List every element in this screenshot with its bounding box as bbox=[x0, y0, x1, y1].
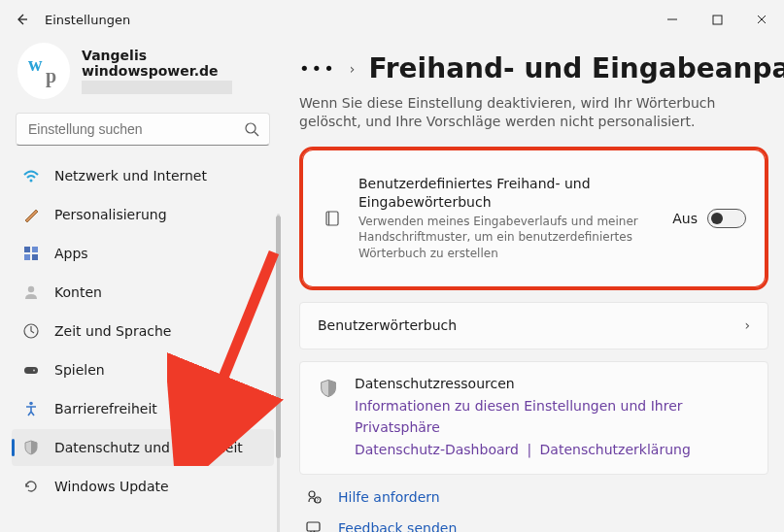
chevron-right-icon: › bbox=[350, 61, 356, 77]
minimize-button[interactable] bbox=[650, 4, 695, 35]
sidebar-item-label: Zeit und Sprache bbox=[54, 323, 171, 339]
feedback-icon bbox=[303, 519, 324, 532]
maximize-icon bbox=[712, 15, 723, 25]
sidebar-item-gaming[interactable]: Spielen bbox=[12, 351, 274, 388]
sidebar-item-windows-update[interactable]: Windows Update bbox=[12, 468, 274, 505]
page-description: Wenn Sie diese Einstellung deaktivieren,… bbox=[299, 94, 746, 131]
svg-rect-16 bbox=[326, 212, 338, 225]
paintbrush-icon bbox=[21, 205, 41, 224]
feedback-link[interactable]: Feedback senden bbox=[338, 520, 457, 532]
profile-subline bbox=[82, 81, 232, 94]
custom-dictionary-toggle[interactable] bbox=[707, 209, 746, 228]
svg-point-18 bbox=[309, 491, 315, 497]
window-controls bbox=[650, 4, 784, 35]
sidebar-scrollbar-thumb[interactable] bbox=[276, 216, 281, 458]
window-title: Einstellungen bbox=[45, 13, 130, 27]
privacy-link-statement[interactable]: Datenschutzerklärung bbox=[540, 442, 691, 457]
search-input[interactable] bbox=[26, 120, 244, 138]
help-link[interactable]: Hilfe anfordern bbox=[338, 489, 440, 505]
avatar-logo-icon: w p bbox=[22, 50, 65, 92]
custom-dictionary-title: Benutzerdefiniertes Freihand- und Eingab… bbox=[358, 175, 657, 212]
sidebar-item-time-language[interactable]: Zeit und Sprache bbox=[12, 313, 274, 349]
sidebar-item-accounts[interactable]: Konten bbox=[12, 274, 274, 311]
update-icon bbox=[21, 477, 41, 496]
sidebar-item-label: Apps bbox=[54, 246, 88, 261]
minimize-icon bbox=[666, 14, 678, 25]
svg-rect-7 bbox=[24, 247, 30, 252]
sidebar-item-label: Barrierefreiheit bbox=[54, 401, 157, 416]
profile-block[interactable]: w p Vangelis windowspower.de bbox=[12, 43, 274, 99]
breadcrumb: ••• › Freihand- und Eingabeanpassung bbox=[299, 52, 768, 84]
sidebar-item-network[interactable]: Netzwerk und Internet bbox=[12, 157, 274, 194]
sidebar-item-label: Windows Update bbox=[54, 479, 169, 494]
svg-rect-9 bbox=[24, 254, 30, 260]
svg-point-15 bbox=[29, 402, 33, 406]
svg-line-5 bbox=[255, 132, 258, 136]
svg-text:p: p bbox=[46, 65, 56, 87]
maximize-button[interactable] bbox=[695, 4, 739, 35]
feedback-row[interactable]: Feedback senden bbox=[303, 519, 768, 532]
privacy-resources-title: Datenschutzressourcen bbox=[355, 376, 750, 391]
sidebar: w p Vangelis windowspower.de Netzwerk un… bbox=[0, 39, 282, 532]
privacy-resources-card: Datenschutzressourcen Informationen zu d… bbox=[299, 361, 768, 475]
close-button[interactable] bbox=[739, 4, 784, 35]
user-dictionary-label: Benutzerwörterbuch bbox=[318, 316, 729, 335]
svg-text:w: w bbox=[28, 53, 43, 75]
titlebar: Einstellungen bbox=[0, 0, 784, 39]
accessibility-icon bbox=[21, 399, 41, 418]
sidebar-nav: Netzwerk und Internet Personalisierung A… bbox=[12, 157, 274, 505]
help-icon: ? bbox=[303, 488, 324, 506]
svg-text:?: ? bbox=[317, 497, 320, 503]
custom-dictionary-toggle-group: Aus bbox=[672, 209, 746, 228]
back-button[interactable] bbox=[4, 2, 39, 37]
person-icon bbox=[21, 283, 41, 302]
svg-point-6 bbox=[30, 180, 33, 183]
svg-rect-8 bbox=[32, 247, 38, 252]
search-icon bbox=[244, 121, 259, 137]
toggle-state-label: Aus bbox=[672, 211, 698, 226]
dictionary-icon bbox=[322, 209, 343, 228]
svg-rect-1 bbox=[713, 16, 722, 24]
help-row[interactable]: ? Hilfe anfordern bbox=[303, 488, 768, 506]
close-icon bbox=[756, 14, 767, 25]
privacy-link-info[interactable]: Informationen zu diesen Einstellungen un… bbox=[355, 398, 683, 435]
search-input-wrapper[interactable] bbox=[16, 113, 270, 146]
link-separator: | bbox=[527, 442, 531, 457]
custom-dictionary-card: Benutzerdefiniertes Freihand- und Eingab… bbox=[299, 147, 768, 290]
privacy-link-dashboard[interactable]: Datenschutz-Dashboard bbox=[355, 442, 519, 457]
arrow-left-icon bbox=[14, 12, 29, 27]
svg-point-11 bbox=[28, 286, 34, 292]
chevron-right-icon: › bbox=[744, 317, 750, 333]
shield-icon bbox=[318, 378, 339, 399]
sidebar-item-label: Netzwerk und Internet bbox=[54, 168, 207, 183]
sidebar-item-accessibility[interactable]: Barrierefreiheit bbox=[12, 390, 274, 427]
sidebar-item-personalization[interactable]: Personalisierung bbox=[12, 196, 274, 233]
page-title: Freihand- und Eingabeanpassung bbox=[368, 52, 784, 84]
sidebar-item-privacy[interactable]: Datenschutz und Sicherheit bbox=[12, 429, 274, 466]
avatar: w p bbox=[17, 43, 70, 99]
sidebar-item-label: Personalisierung bbox=[54, 207, 167, 222]
shield-icon bbox=[21, 438, 41, 457]
svg-rect-21 bbox=[307, 522, 320, 531]
user-dictionary-row[interactable]: Benutzerwörterbuch › bbox=[299, 302, 768, 349]
apps-icon bbox=[21, 244, 41, 263]
custom-dictionary-subtitle: Verwenden meines Eingabeverlaufs und mei… bbox=[358, 214, 640, 262]
clock-globe-icon bbox=[21, 321, 41, 341]
main-content: ••• › Freihand- und Eingabeanpassung Wen… bbox=[282, 39, 784, 532]
svg-point-4 bbox=[246, 123, 256, 133]
svg-rect-10 bbox=[32, 254, 38, 260]
breadcrumb-overflow-button[interactable]: ••• bbox=[299, 58, 336, 79]
svg-point-14 bbox=[33, 370, 35, 372]
gamepad-icon bbox=[21, 360, 41, 380]
sidebar-item-apps[interactable]: Apps bbox=[12, 235, 274, 272]
svg-rect-13 bbox=[24, 367, 38, 374]
sidebar-item-label: Konten bbox=[54, 284, 102, 300]
sidebar-item-label: Spielen bbox=[54, 362, 105, 378]
sidebar-item-label: Datenschutz und Sicherheit bbox=[54, 440, 243, 455]
wifi-icon bbox=[21, 166, 41, 185]
profile-name: Vangelis windowspower.de bbox=[82, 48, 274, 79]
